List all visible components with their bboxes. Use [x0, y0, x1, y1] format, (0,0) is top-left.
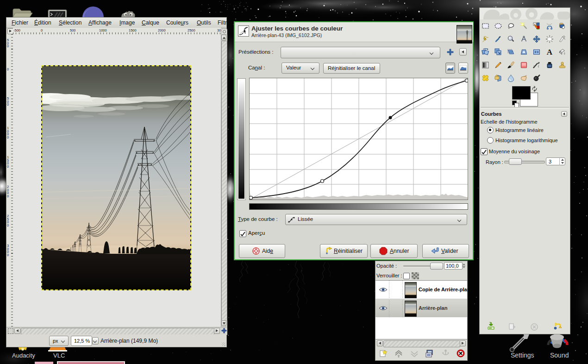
svg-text:A: A [547, 48, 553, 56]
